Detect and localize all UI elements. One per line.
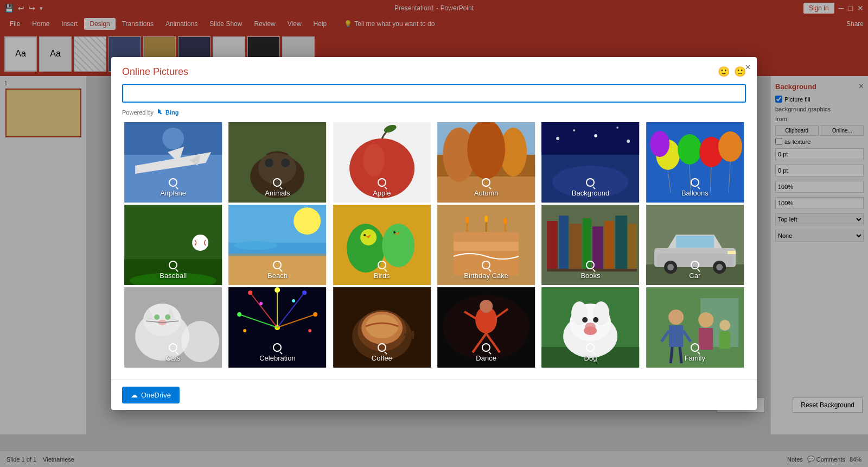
onedrive-button[interactable]: ☁ OneDrive [122, 387, 180, 403]
search-icon [169, 261, 177, 269]
svg-point-31 [678, 134, 701, 165]
svg-rect-60 [454, 232, 519, 242]
svg-point-139 [584, 326, 597, 335]
dialog-close-button[interactable]: × [745, 62, 750, 72]
svg-point-94 [165, 314, 170, 320]
grid-item-label: Car [644, 256, 746, 285]
svg-point-47 [234, 241, 277, 250]
svg-point-137 [593, 317, 598, 323]
svg-point-110 [313, 312, 317, 317]
grid-item-label: Background [539, 174, 641, 203]
grid-item-dog[interactable]: Dog [539, 287, 641, 368]
search-icon [586, 261, 595, 269]
search-icon [378, 178, 386, 187]
online-pictures-dialog: Online Pictures 🙂 🙁 × Powered by Bing [111, 57, 757, 410]
grid-item-coffee[interactable]: Coffee [331, 287, 433, 368]
bing-logo: Bing [156, 108, 178, 117]
svg-point-42 [192, 235, 208, 251]
svg-point-108 [302, 291, 307, 295]
svg-point-114 [308, 329, 311, 332]
svg-point-64 [465, 217, 469, 223]
svg-point-112 [292, 299, 295, 302]
search-icon [378, 261, 386, 269]
search-icon [273, 261, 282, 269]
grid-item-dance[interactable]: Dance [435, 287, 537, 368]
svg-rect-82 [676, 236, 714, 248]
search-icon [169, 178, 177, 187]
grid-item-birds[interactable]: Birds [331, 205, 433, 285]
svg-point-136 [582, 317, 588, 323]
grid-item-label: Coffee [331, 339, 433, 368]
grid-item-background[interactable]: Background [539, 122, 641, 203]
grid-item-label: Airplane [122, 174, 224, 203]
grid-item-label: Celebration [226, 339, 328, 368]
grid-item-celebration[interactable]: Celebration [226, 287, 328, 368]
grid-item-label: Cats [122, 339, 224, 368]
svg-point-113 [243, 329, 246, 332]
powered-by-section: Powered by Bing [111, 107, 757, 122]
grid-item-family[interactable]: Family [644, 287, 746, 368]
smiley-happy-icon[interactable]: 🙂 [718, 66, 730, 78]
search-input[interactable] [122, 84, 746, 103]
grid-item-balloons[interactable]: Balloons [644, 122, 746, 203]
svg-point-5 [162, 128, 184, 149]
svg-point-20 [467, 122, 505, 179]
svg-point-65 [484, 216, 488, 222]
svg-rect-87 [727, 251, 736, 254]
grid-item-beach[interactable]: Beach [226, 205, 328, 285]
search-icon [586, 343, 595, 352]
svg-point-24 [573, 129, 575, 131]
dialog-grid: Airplane Animals Apple [122, 122, 746, 368]
grid-item-label: Books [539, 256, 641, 285]
dialog-header-icons: 🙂 🙁 [718, 66, 746, 78]
search-icon [691, 261, 699, 269]
svg-point-109 [237, 312, 241, 317]
svg-point-13 [363, 144, 385, 176]
svg-point-55 [363, 234, 366, 236]
grid-item-baseball[interactable]: Baseball [122, 205, 224, 285]
dialog-title: Online Pictures [122, 66, 188, 78]
svg-point-56 [393, 231, 395, 234]
dialog-grid-container[interactable]: Airplane Animals Apple [111, 122, 757, 380]
search-icon [169, 343, 177, 352]
grid-item-birthday-cake[interactable]: Birthday Cake [435, 205, 537, 285]
grid-item-cats[interactable]: Cats [122, 287, 224, 368]
svg-point-52 [389, 228, 402, 241]
svg-point-111 [259, 302, 263, 305]
search-icon [482, 261, 490, 269]
svg-point-45 [293, 207, 321, 235]
grid-item-label: Baseball [122, 256, 224, 285]
search-icon [273, 178, 282, 187]
smiley-sad-icon[interactable]: 🙁 [734, 66, 746, 78]
svg-point-106 [248, 291, 252, 295]
svg-point-26 [616, 127, 618, 129]
svg-point-10 [281, 159, 290, 167]
svg-point-142 [668, 310, 684, 325]
svg-point-125 [480, 300, 493, 313]
onedrive-icon: ☁ [131, 391, 138, 399]
grid-item-label: Balloons [644, 174, 746, 203]
svg-point-119 [366, 314, 398, 338]
grid-item-car[interactable]: Car [644, 205, 746, 285]
grid-item-label: Birthday Cake [435, 256, 537, 285]
dialog-search-area [111, 82, 757, 107]
grid-item-books[interactable]: Books [539, 205, 641, 285]
grid-item-label: Apple [331, 174, 433, 203]
svg-point-148 [698, 312, 713, 327]
grid-item-airplane[interactable]: Airplane [122, 122, 224, 203]
svg-point-33 [718, 131, 742, 162]
search-icon [273, 343, 282, 352]
grid-item-autumn[interactable]: Autumn [435, 122, 537, 203]
svg-point-107 [275, 287, 280, 293]
dialog-header: Online Pictures 🙂 🙁 × [111, 57, 757, 82]
grid-item-apple[interactable]: Apple [331, 122, 433, 203]
grid-item-label: Beach [226, 256, 328, 285]
grid-item-animals[interactable]: Animals [226, 122, 328, 203]
search-icon [378, 343, 386, 352]
svg-point-34 [650, 131, 669, 157]
svg-point-93 [154, 314, 159, 320]
grid-item-label: Birds [331, 256, 433, 285]
grid-item-label: Animals [226, 174, 328, 203]
svg-rect-121 [412, 331, 414, 339]
grid-item-label: Family [644, 339, 746, 368]
